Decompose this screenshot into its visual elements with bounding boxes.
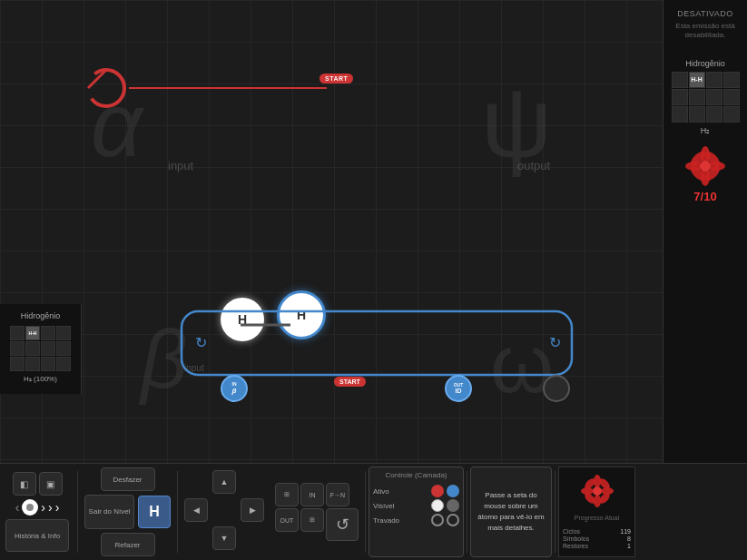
chevron-left-icon: ‹ [15,500,20,515]
simbolos-value: 8 [627,535,631,542]
svg-text:↻: ↻ [195,335,207,350]
h2-cell-hh: H-H [689,72,705,88]
svg-point-9 [88,70,124,106]
arrow-empty-center [212,498,240,526]
arrow-empty-3 [184,526,211,554]
h2-cell-left [56,357,71,371]
tool-btn-2[interactable]: IN [300,483,324,506]
visivel-dot-white[interactable] [431,499,444,512]
cursor-dot [22,499,38,516]
input-label-lower: input [184,363,204,373]
h2-cell [723,72,740,88]
arrow-down-button[interactable]: ▼ [212,526,236,550]
h2-text-right: H₂ [701,126,711,135]
h2-cell-left [10,357,25,371]
h2-cell [723,106,740,123]
arrow-left-button[interactable]: ◀ [184,498,208,522]
ativo-dot-blue[interactable] [447,485,459,497]
icon-row-top: ◧ ▣ [13,472,63,496]
info-text: Passe a seta do mouse sobre um átomo par… [477,490,546,534]
restores-value: 1 [627,543,631,549]
h2-cell-left [41,326,55,340]
h2-cell [706,106,722,123]
svg-point-23 [593,486,602,496]
rotate-button[interactable]: ↺ [326,508,359,541]
h2-cell-left [41,357,55,371]
arrow-up-button[interactable]: ▲ [212,470,236,494]
arrow-empty-1 [184,470,211,497]
travado-dot-1[interactable] [431,514,444,526]
flower-icon-progress [581,475,614,507]
progress-title: Progresso Atual [575,515,619,521]
visivel-dot-gray[interactable] [447,499,459,512]
h2-cell-left-hh: H-H [25,326,40,340]
bottom-toolbar: ◧ ▣ ‹ › › › História & Info Desfazer Sai… [0,463,747,560]
flower-icon-right [685,146,725,186]
tool-btn-1[interactable]: ⊞ [275,483,299,506]
left-panel: Hidrogênio H-H H₂ (100%) [0,304,82,394]
h2-cell-left [56,326,71,340]
h2-cell [706,89,722,105]
h2-cell-left [41,341,55,356]
node-out[interactable]: OUT ID [445,375,472,402]
node-end-right[interactable] [543,375,570,402]
icon-btn-2[interactable]: ▣ [39,472,63,496]
tool-btn-4[interactable]: OUT [275,508,299,532]
arrow-grid-section: ▲ ◀ ▶ ▼ [181,467,271,557]
tool-btn-5[interactable]: ⊞ [300,508,324,532]
control-row-ativo: Ativo [373,485,459,497]
hydrogen-label-right: Hidrogênio [685,59,725,68]
control-label: Controle (Camada) [373,471,459,479]
ativo-dot-red[interactable] [431,485,444,497]
divider-2 [177,471,178,553]
ciclos-label: Ciclos [563,528,580,535]
refazer-button[interactable]: Refazer [101,533,155,556]
control-panel: Controle (Camada) Ativo Visível Travado [369,467,464,557]
divider-3 [365,471,366,553]
desativado-label: DESATIVADO [677,9,733,18]
tool-buttons-section: ⊞ IN F→N OUT ⊞ ↺ [271,479,362,545]
arrow-right-button[interactable]: ▶ [241,498,264,522]
restores-label: Restores [563,543,588,549]
h2-cell [689,89,705,105]
h2-grid-right: H-H [672,72,740,123]
chevron-right2-icon: › [48,500,53,515]
stats-block: Ciclos 119 Símbolos 8 Restores 1 [563,528,631,549]
svg-point-8 [700,161,711,172]
chevron-right3-icon: › [55,500,60,515]
h2-cell-left [25,341,40,356]
alpha-label: input [168,159,193,172]
icon-btn-1[interactable]: ◧ [13,472,36,496]
divider-5 [555,471,555,553]
h2-cell [723,89,740,105]
red-circle-input[interactable] [84,65,129,111]
control-row-visivel: Visível [373,499,459,512]
red-line-top [129,87,327,89]
h2-cell [689,106,705,123]
info-panel: Passe a seta do mouse sobre um átomo par… [470,467,552,557]
arrows-indicator: ‹ › › › [15,499,60,516]
svg-text:↻: ↻ [549,335,561,350]
travado-dot-2[interactable] [447,514,459,526]
tool-btn-3[interactable]: F→N [326,483,349,506]
h-button[interactable]: H [138,496,171,528]
divider-1 [77,471,78,553]
h2-label-left: H₂ (100%) [24,375,57,383]
h2-grid-left: H-H [10,326,71,371]
right-panel: DESATIVADO Esta emissão está desabilitad… [663,0,747,463]
node-in-beta[interactable]: IN β [221,375,248,402]
h2-cell-left [10,341,25,356]
ciclos-value: 119 [620,528,631,535]
h2-cell [706,72,722,88]
h2-cell [672,106,688,123]
historia-button[interactable]: História & Info [5,519,69,552]
start-node-mid[interactable]: START [334,377,366,387]
score-text: 7/10 [693,190,716,203]
chevron-right-icon: › [41,500,45,515]
sair-button[interactable]: Sair do Nível [84,495,134,529]
desfazer-button[interactable]: Desfazer [101,467,155,491]
h2-cell [672,72,688,88]
h2-cell [672,89,688,105]
start-node-top[interactable]: START [319,74,353,84]
desativado-desc: Esta emissão está desabilitada. [668,22,742,41]
